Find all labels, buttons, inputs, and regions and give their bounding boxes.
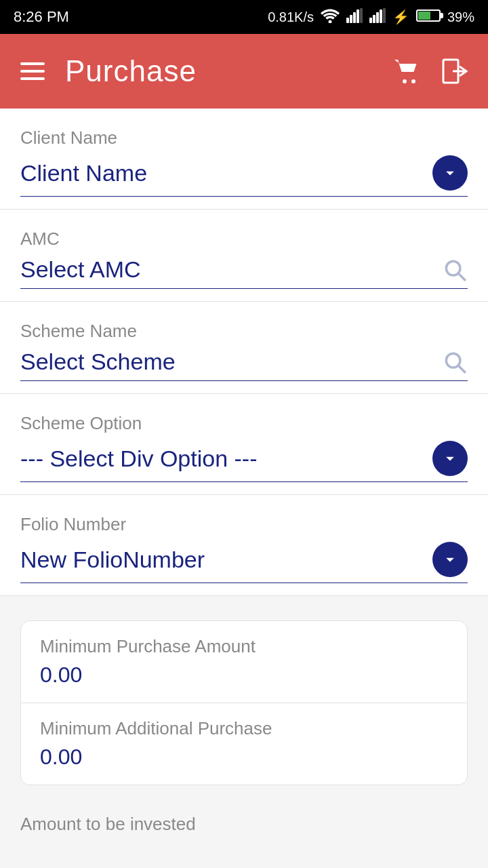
- client-name-dropdown[interactable]: [432, 155, 468, 191]
- svg-rect-8: [376, 12, 379, 23]
- min-additional-value: 0.00: [40, 745, 448, 770]
- svg-rect-4: [357, 9, 359, 23]
- amc-value: Select AMC: [20, 256, 141, 283]
- svg-rect-10: [383, 8, 386, 23]
- amc-field: AMC Select AMC: [0, 210, 488, 302]
- battery-icon: [416, 9, 441, 25]
- app-bar-left: Purchase: [20, 54, 197, 88]
- folio-number-value: New FolioNumber: [20, 547, 205, 573]
- amc-row[interactable]: Select AMC: [20, 256, 468, 289]
- signal-icon-2: [369, 8, 386, 26]
- svg-point-0: [328, 20, 331, 23]
- app-bar-icons: [393, 58, 468, 84]
- client-name-value: Client Name: [20, 160, 147, 186]
- min-purchase-label: Minimum Purchase Amount: [40, 636, 448, 657]
- svg-rect-2: [350, 15, 352, 23]
- amount-invested-label: Amount to be invested: [0, 792, 488, 848]
- scheme-name-value: Select Scheme: [20, 349, 176, 375]
- svg-rect-1: [346, 18, 349, 23]
- scheme-name-label: Scheme Name: [20, 321, 468, 342]
- amc-label: AMC: [20, 229, 468, 250]
- svg-line-16: [459, 273, 466, 280]
- svg-rect-6: [369, 18, 372, 23]
- svg-rect-9: [380, 9, 382, 23]
- client-name-label: Client Name: [20, 127, 468, 149]
- svg-point-17: [446, 353, 460, 368]
- signal-icon-1: [346, 8, 363, 26]
- folio-number-field: Folio Number New FolioNumber: [0, 495, 488, 596]
- client-name-row[interactable]: Client Name: [20, 155, 468, 197]
- scheme-name-search-icon[interactable]: [442, 349, 468, 375]
- folio-number-row[interactable]: New FolioNumber: [20, 542, 468, 583]
- cart-icon[interactable]: [393, 58, 422, 84]
- info-card: Minimum Purchase Amount 0.00 Minimum Add…: [20, 620, 468, 785]
- scheme-option-value: --- Select Div Option ---: [20, 446, 258, 472]
- scheme-option-row[interactable]: --- Select Div Option ---: [20, 441, 468, 482]
- svg-line-18: [459, 366, 466, 372]
- min-purchase-row: Minimum Purchase Amount 0.00: [21, 621, 467, 703]
- status-speed: 0.81K/s: [268, 9, 314, 25]
- battery-percent: 39%: [447, 9, 474, 25]
- scheme-option-field: Scheme Option --- Select Div Option ---: [0, 394, 488, 495]
- page-title: Purchase: [65, 54, 197, 88]
- svg-point-11: [403, 79, 407, 83]
- amc-search-icon[interactable]: [442, 257, 468, 283]
- wifi-icon: [321, 8, 340, 26]
- svg-rect-3: [353, 12, 356, 23]
- status-right: 0.81K/s: [268, 8, 474, 26]
- scheme-option-label: Scheme Option: [20, 413, 468, 434]
- menu-icon[interactable]: [20, 58, 45, 85]
- min-additional-row: Minimum Additional Purchase 0.00: [21, 703, 467, 785]
- charging-icon: ⚡: [392, 9, 409, 25]
- folio-number-label: Folio Number: [20, 514, 468, 535]
- svg-point-15: [446, 261, 460, 275]
- svg-rect-7: [373, 15, 375, 23]
- folio-number-dropdown[interactable]: [432, 542, 468, 577]
- status-time: 8:26 PM: [14, 8, 69, 26]
- scheme-name-row[interactable]: Select Scheme: [20, 349, 468, 381]
- min-purchase-value: 0.00: [40, 663, 448, 688]
- scheme-option-dropdown[interactable]: [432, 441, 468, 476]
- scheme-name-field: Scheme Name Select Scheme: [0, 302, 488, 394]
- form-area: Client Name Client Name AMC Select AMC S…: [0, 108, 488, 596]
- status-bar: 8:26 PM 0.81K/s: [0, 0, 488, 34]
- logout-icon[interactable]: [442, 58, 468, 84]
- client-name-field: Client Name Client Name: [0, 108, 488, 210]
- min-additional-label: Minimum Additional Purchase: [40, 718, 448, 739]
- svg-point-12: [411, 79, 415, 83]
- app-bar: Purchase: [0, 34, 488, 108]
- svg-rect-5: [360, 8, 363, 23]
